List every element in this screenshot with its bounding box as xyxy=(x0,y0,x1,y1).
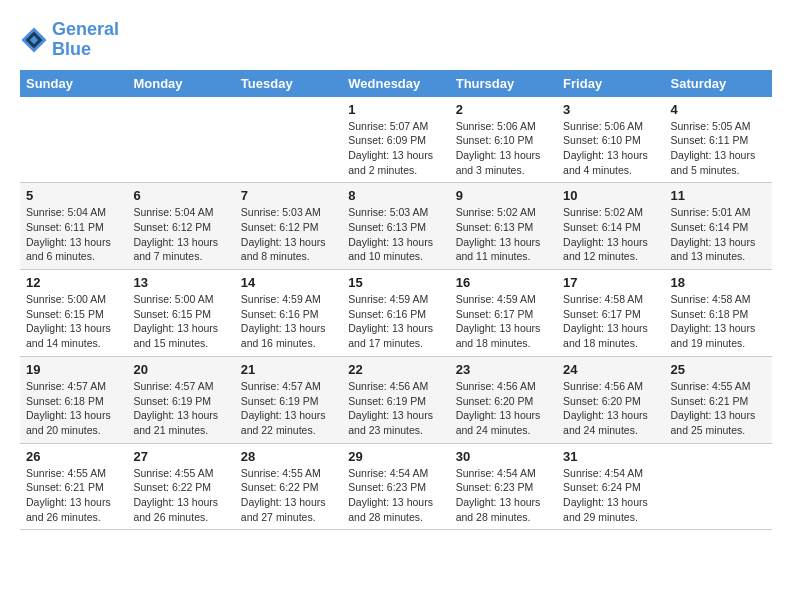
calendar-header-thursday: Thursday xyxy=(450,70,557,97)
day-number: 20 xyxy=(133,362,228,377)
day-number: 26 xyxy=(26,449,121,464)
calendar-cell: 4Sunrise: 5:05 AM Sunset: 6:11 PM Daylig… xyxy=(665,97,772,183)
logo-icon xyxy=(20,26,48,54)
logo: General Blue xyxy=(20,20,119,60)
day-number: 9 xyxy=(456,188,551,203)
day-number: 13 xyxy=(133,275,228,290)
calendar-cell: 24Sunrise: 4:56 AM Sunset: 6:20 PM Dayli… xyxy=(557,356,664,443)
calendar-cell: 31Sunrise: 4:54 AM Sunset: 6:24 PM Dayli… xyxy=(557,443,664,530)
day-info: Sunrise: 5:02 AM Sunset: 6:14 PM Dayligh… xyxy=(563,205,658,264)
day-number: 4 xyxy=(671,102,766,117)
calendar-cell: 16Sunrise: 4:59 AM Sunset: 6:17 PM Dayli… xyxy=(450,270,557,357)
day-number: 29 xyxy=(348,449,443,464)
calendar-cell: 18Sunrise: 4:58 AM Sunset: 6:18 PM Dayli… xyxy=(665,270,772,357)
calendar-cell: 6Sunrise: 5:04 AM Sunset: 6:12 PM Daylig… xyxy=(127,183,234,270)
day-number: 19 xyxy=(26,362,121,377)
calendar-cell: 23Sunrise: 4:56 AM Sunset: 6:20 PM Dayli… xyxy=(450,356,557,443)
calendar-week-row: 5Sunrise: 5:04 AM Sunset: 6:11 PM Daylig… xyxy=(20,183,772,270)
day-number: 8 xyxy=(348,188,443,203)
day-info: Sunrise: 5:03 AM Sunset: 6:13 PM Dayligh… xyxy=(348,205,443,264)
calendar-cell: 11Sunrise: 5:01 AM Sunset: 6:14 PM Dayli… xyxy=(665,183,772,270)
page-header: General Blue xyxy=(20,20,772,60)
calendar-cell: 9Sunrise: 5:02 AM Sunset: 6:13 PM Daylig… xyxy=(450,183,557,270)
day-info: Sunrise: 4:55 AM Sunset: 6:21 PM Dayligh… xyxy=(671,379,766,438)
day-number: 5 xyxy=(26,188,121,203)
calendar-header-row: SundayMondayTuesdayWednesdayThursdayFrid… xyxy=(20,70,772,97)
day-info: Sunrise: 4:57 AM Sunset: 6:19 PM Dayligh… xyxy=(133,379,228,438)
calendar-cell: 29Sunrise: 4:54 AM Sunset: 6:23 PM Dayli… xyxy=(342,443,449,530)
calendar-cell: 25Sunrise: 4:55 AM Sunset: 6:21 PM Dayli… xyxy=(665,356,772,443)
calendar-table: SundayMondayTuesdayWednesdayThursdayFrid… xyxy=(20,70,772,531)
day-info: Sunrise: 4:57 AM Sunset: 6:18 PM Dayligh… xyxy=(26,379,121,438)
day-info: Sunrise: 4:56 AM Sunset: 6:19 PM Dayligh… xyxy=(348,379,443,438)
day-info: Sunrise: 4:56 AM Sunset: 6:20 PM Dayligh… xyxy=(563,379,658,438)
calendar-header-saturday: Saturday xyxy=(665,70,772,97)
calendar-cell xyxy=(665,443,772,530)
day-info: Sunrise: 5:02 AM Sunset: 6:13 PM Dayligh… xyxy=(456,205,551,264)
day-number: 1 xyxy=(348,102,443,117)
day-number: 14 xyxy=(241,275,336,290)
calendar-header-friday: Friday xyxy=(557,70,664,97)
day-info: Sunrise: 5:01 AM Sunset: 6:14 PM Dayligh… xyxy=(671,205,766,264)
calendar-cell: 1Sunrise: 5:07 AM Sunset: 6:09 PM Daylig… xyxy=(342,97,449,183)
calendar-cell: 20Sunrise: 4:57 AM Sunset: 6:19 PM Dayli… xyxy=(127,356,234,443)
calendar-cell: 8Sunrise: 5:03 AM Sunset: 6:13 PM Daylig… xyxy=(342,183,449,270)
calendar-week-row: 19Sunrise: 4:57 AM Sunset: 6:18 PM Dayli… xyxy=(20,356,772,443)
calendar-cell: 13Sunrise: 5:00 AM Sunset: 6:15 PM Dayli… xyxy=(127,270,234,357)
day-info: Sunrise: 4:54 AM Sunset: 6:24 PM Dayligh… xyxy=(563,466,658,525)
day-info: Sunrise: 4:58 AM Sunset: 6:18 PM Dayligh… xyxy=(671,292,766,351)
day-number: 11 xyxy=(671,188,766,203)
day-number: 28 xyxy=(241,449,336,464)
day-number: 15 xyxy=(348,275,443,290)
day-info: Sunrise: 4:55 AM Sunset: 6:21 PM Dayligh… xyxy=(26,466,121,525)
logo-text: General Blue xyxy=(52,20,119,60)
calendar-cell: 2Sunrise: 5:06 AM Sunset: 6:10 PM Daylig… xyxy=(450,97,557,183)
day-number: 6 xyxy=(133,188,228,203)
calendar-cell: 17Sunrise: 4:58 AM Sunset: 6:17 PM Dayli… xyxy=(557,270,664,357)
day-info: Sunrise: 4:55 AM Sunset: 6:22 PM Dayligh… xyxy=(241,466,336,525)
calendar-cell: 12Sunrise: 5:00 AM Sunset: 6:15 PM Dayli… xyxy=(20,270,127,357)
day-info: Sunrise: 5:04 AM Sunset: 6:11 PM Dayligh… xyxy=(26,205,121,264)
day-number: 22 xyxy=(348,362,443,377)
day-number: 27 xyxy=(133,449,228,464)
calendar-cell: 27Sunrise: 4:55 AM Sunset: 6:22 PM Dayli… xyxy=(127,443,234,530)
calendar-header-monday: Monday xyxy=(127,70,234,97)
calendar-week-row: 1Sunrise: 5:07 AM Sunset: 6:09 PM Daylig… xyxy=(20,97,772,183)
day-info: Sunrise: 5:00 AM Sunset: 6:15 PM Dayligh… xyxy=(26,292,121,351)
calendar-week-row: 26Sunrise: 4:55 AM Sunset: 6:21 PM Dayli… xyxy=(20,443,772,530)
day-number: 12 xyxy=(26,275,121,290)
day-info: Sunrise: 5:03 AM Sunset: 6:12 PM Dayligh… xyxy=(241,205,336,264)
calendar-cell: 3Sunrise: 5:06 AM Sunset: 6:10 PM Daylig… xyxy=(557,97,664,183)
day-info: Sunrise: 4:56 AM Sunset: 6:20 PM Dayligh… xyxy=(456,379,551,438)
day-number: 3 xyxy=(563,102,658,117)
calendar-cell xyxy=(20,97,127,183)
day-number: 25 xyxy=(671,362,766,377)
calendar-header-tuesday: Tuesday xyxy=(235,70,342,97)
calendar-cell: 30Sunrise: 4:54 AM Sunset: 6:23 PM Dayli… xyxy=(450,443,557,530)
calendar-cell: 28Sunrise: 4:55 AM Sunset: 6:22 PM Dayli… xyxy=(235,443,342,530)
calendar-cell: 15Sunrise: 4:59 AM Sunset: 6:16 PM Dayli… xyxy=(342,270,449,357)
day-info: Sunrise: 4:57 AM Sunset: 6:19 PM Dayligh… xyxy=(241,379,336,438)
day-number: 31 xyxy=(563,449,658,464)
day-info: Sunrise: 5:00 AM Sunset: 6:15 PM Dayligh… xyxy=(133,292,228,351)
day-number: 18 xyxy=(671,275,766,290)
day-number: 7 xyxy=(241,188,336,203)
calendar-cell xyxy=(127,97,234,183)
day-info: Sunrise: 4:59 AM Sunset: 6:17 PM Dayligh… xyxy=(456,292,551,351)
day-number: 23 xyxy=(456,362,551,377)
day-number: 10 xyxy=(563,188,658,203)
day-number: 16 xyxy=(456,275,551,290)
calendar-header-sunday: Sunday xyxy=(20,70,127,97)
day-info: Sunrise: 5:07 AM Sunset: 6:09 PM Dayligh… xyxy=(348,119,443,178)
day-number: 17 xyxy=(563,275,658,290)
calendar-cell: 19Sunrise: 4:57 AM Sunset: 6:18 PM Dayli… xyxy=(20,356,127,443)
day-info: Sunrise: 4:58 AM Sunset: 6:17 PM Dayligh… xyxy=(563,292,658,351)
day-info: Sunrise: 4:59 AM Sunset: 6:16 PM Dayligh… xyxy=(348,292,443,351)
day-info: Sunrise: 4:54 AM Sunset: 6:23 PM Dayligh… xyxy=(348,466,443,525)
calendar-cell: 26Sunrise: 4:55 AM Sunset: 6:21 PM Dayli… xyxy=(20,443,127,530)
day-number: 30 xyxy=(456,449,551,464)
calendar-week-row: 12Sunrise: 5:00 AM Sunset: 6:15 PM Dayli… xyxy=(20,270,772,357)
day-info: Sunrise: 5:04 AM Sunset: 6:12 PM Dayligh… xyxy=(133,205,228,264)
calendar-cell xyxy=(235,97,342,183)
day-info: Sunrise: 4:55 AM Sunset: 6:22 PM Dayligh… xyxy=(133,466,228,525)
